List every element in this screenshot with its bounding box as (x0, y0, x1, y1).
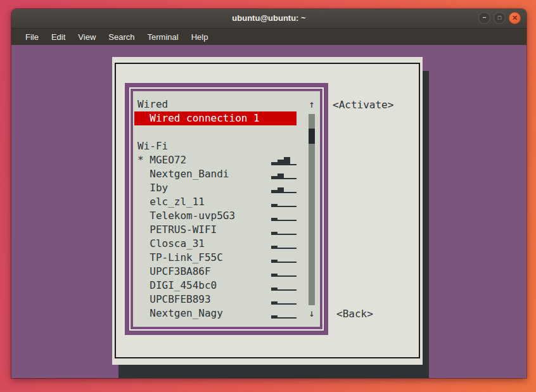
back-button[interactable]: <Back> (336, 307, 373, 321)
network-name: Wired connection 1 (133, 111, 260, 125)
minimize-icon: – (483, 14, 487, 21)
network-name: elc_zl_11 (133, 195, 205, 209)
maximize-button[interactable]: □ (494, 12, 506, 24)
menu-item-search[interactable]: Search (102, 32, 141, 42)
signal-strength-icon (271, 293, 297, 307)
window-controls: – □ ✕ (478, 12, 521, 24)
network-name: Nextgen_Nagy (133, 307, 223, 320)
menubar: File Edit View Search Terminal Help (11, 28, 526, 45)
list-spacer (133, 125, 320, 139)
signal-strength-icon (271, 195, 297, 209)
terminal-body[interactable]: Wired Wired connection 1Wi-Fi* MGEO72 Ne… (11, 45, 526, 378)
scroll-down-icon[interactable]: ↓ (305, 307, 319, 320)
network-name: DIGI_454bc0 (133, 279, 217, 293)
maximize-icon: □ (498, 15, 501, 21)
activate-button[interactable]: <Activate> (333, 98, 393, 112)
close-icon: ✕ (512, 14, 518, 22)
network-name: Nextgen_Bandi (133, 167, 229, 181)
signal-strength-icon (271, 279, 297, 293)
listbox-content: Wired Wired connection 1Wi-Fi* MGEO72 Ne… (133, 91, 320, 327)
titlebar[interactable]: ubuntu@ubuntu: ~ – □ ✕ (11, 9, 526, 28)
signal-strength-icon (271, 223, 297, 237)
section-title: Wired (133, 98, 168, 111)
list-item[interactable]: elc_zl_11 (133, 195, 320, 209)
signal-strength-icon (271, 237, 297, 251)
nmtui-dialog: Wired Wired connection 1Wi-Fi* MGEO72 Ne… (112, 57, 423, 365)
signal-strength-icon (271, 251, 297, 265)
signal-strength-icon (271, 307, 297, 320)
minimize-button[interactable]: – (478, 12, 490, 24)
terminal-window: ubuntu@ubuntu: ~ – □ ✕ File Edit View Se… (11, 9, 526, 378)
list-item[interactable]: Closca_31 (133, 237, 320, 251)
signal-strength-icon (271, 167, 297, 181)
network-name: PETRUS-WIFI (133, 223, 217, 237)
scrollbar-thumb[interactable] (309, 129, 315, 144)
scroll-up-icon[interactable]: ↑ (305, 98, 319, 111)
signal-strength-icon (271, 265, 297, 279)
list-item[interactable]: Iby (133, 181, 320, 195)
network-name: UPCF3BA86F (133, 265, 211, 279)
signal-strength-icon (271, 153, 297, 167)
section-title: Wi-Fi (133, 139, 168, 153)
list-item[interactable]: TP-Link_F55C (133, 251, 320, 265)
network-name: Telekom-uvp5G3 (133, 209, 235, 223)
list-item[interactable]: UPCF3BA86F (133, 265, 320, 279)
list-item[interactable]: UPCBFEB893 (133, 293, 320, 307)
list-item[interactable]: Nextgen_Bandi (133, 167, 320, 181)
menu-item-view[interactable]: View (72, 32, 102, 42)
menu-item-terminal[interactable]: Terminal (141, 32, 185, 42)
list-item[interactable]: PETRUS-WIFI (133, 223, 320, 237)
list-item[interactable]: Nextgen_Nagy (133, 307, 320, 320)
list-item[interactable]: DIGI_454bc0 (133, 279, 320, 293)
list-section-label: Wired (133, 98, 320, 111)
menu-item-edit[interactable]: Edit (45, 32, 72, 42)
window-title: ubuntu@ubuntu: ~ (11, 9, 526, 28)
connection-listbox: Wired Wired connection 1Wi-Fi* MGEO72 Ne… (125, 83, 328, 335)
list-item[interactable]: Telekom-uvp5G3 (133, 209, 320, 223)
menu-item-help[interactable]: Help (185, 32, 215, 42)
close-button[interactable]: ✕ (509, 12, 521, 24)
signal-strength-icon (271, 181, 297, 195)
list-section-label: Wi-Fi (133, 139, 320, 153)
network-name: * MGEO72 (133, 153, 186, 167)
network-name: UPCBFEB893 (133, 293, 211, 307)
list-item[interactable]: * MGEO72 (133, 153, 320, 167)
signal-strength-icon (271, 209, 297, 223)
network-name: TP-Link_F55C (133, 251, 223, 265)
list-item[interactable]: Wired connection 1 (133, 111, 320, 125)
menu-item-file[interactable]: File (19, 32, 45, 42)
list-rows: Wired Wired connection 1Wi-Fi* MGEO72 Ne… (133, 98, 320, 320)
network-name: Closca_31 (133, 237, 205, 251)
network-name: Iby (133, 181, 168, 195)
